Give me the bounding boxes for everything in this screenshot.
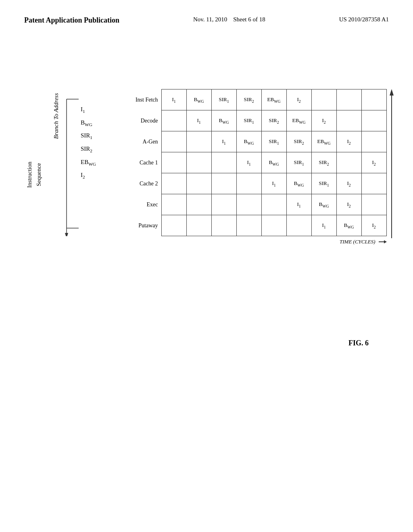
cell bbox=[361, 173, 386, 194]
cell bbox=[211, 215, 236, 236]
cell: SIR2 bbox=[236, 89, 261, 110]
cell: BWG bbox=[311, 194, 336, 215]
cell bbox=[261, 194, 286, 215]
cell bbox=[161, 215, 186, 236]
time-axis-container: TIME (CYCLES) bbox=[129, 238, 387, 246]
date: Nov. 11, 2010 bbox=[193, 16, 227, 23]
cell: I2 bbox=[336, 173, 361, 194]
cell: I2 bbox=[286, 89, 311, 110]
cell: I2 bbox=[336, 194, 361, 215]
cell bbox=[186, 215, 211, 236]
cell: EBWG bbox=[311, 131, 336, 152]
cell: BWG bbox=[236, 131, 261, 152]
cell: SIR1 bbox=[261, 131, 286, 152]
sheet-info: Nov. 11, 2010 Sheet 6 of 18 bbox=[193, 16, 265, 23]
svg-marker-4 bbox=[65, 233, 68, 236]
cell: BWG bbox=[186, 89, 211, 110]
cell: I1 bbox=[211, 131, 236, 152]
seq-I1: I1 bbox=[81, 103, 96, 116]
table-row: Decode I1 BWG SIR1 SIR2 EBWG I2 bbox=[129, 110, 386, 131]
cell: I1 bbox=[311, 215, 336, 236]
cell: SIR2 bbox=[286, 131, 311, 152]
table-row: Cache 2 I1 BWG SIR1 I2 bbox=[129, 173, 386, 194]
cell bbox=[286, 215, 311, 236]
cell bbox=[161, 131, 186, 152]
table-row: Putaway I1 BWG I2 bbox=[129, 215, 386, 236]
time-cycles-label: TIME (CYCLES) bbox=[340, 239, 375, 245]
cell: BWG bbox=[336, 215, 361, 236]
seq-SIR1: SIR1 bbox=[81, 129, 96, 143]
cell bbox=[311, 89, 336, 110]
cell: I1 bbox=[161, 89, 186, 110]
cell: EBWG bbox=[261, 89, 286, 110]
cell: I1 bbox=[261, 173, 286, 194]
cell bbox=[336, 152, 361, 173]
instruction-sequence-label: InstructionSequence bbox=[25, 162, 43, 188]
cell: SIR1 bbox=[286, 152, 311, 173]
cell bbox=[186, 131, 211, 152]
cell bbox=[161, 173, 186, 194]
cell bbox=[361, 89, 386, 110]
cell: SIR1 bbox=[211, 89, 236, 110]
pipeline-table: Inst Fetch I1 BWG SIR1 SIR2 EBWG I2 Deco… bbox=[129, 89, 387, 236]
cell: BWG bbox=[261, 152, 286, 173]
cell: EBWG bbox=[286, 110, 311, 131]
cell bbox=[161, 152, 186, 173]
stage-decode: Decode bbox=[129, 110, 161, 131]
table-row: Exec I1 BWG I2 bbox=[129, 194, 386, 215]
table-row: Cache 1 I1 BWG SIR1 SIR2 I2 bbox=[129, 152, 386, 173]
cell bbox=[261, 215, 286, 236]
arrow-right-icon bbox=[379, 238, 387, 246]
cell bbox=[361, 194, 386, 215]
cell: I1 bbox=[186, 110, 211, 131]
cell bbox=[361, 110, 386, 131]
figure-label: FIG. 6 bbox=[348, 339, 369, 347]
cell bbox=[361, 131, 386, 152]
seq-I2: I2 bbox=[81, 169, 96, 182]
table-row: A-Gen I1 BWG SIR1 SIR2 EBWG I2 bbox=[129, 131, 386, 152]
cell bbox=[336, 110, 361, 131]
table-row: Inst Fetch I1 BWG SIR1 SIR2 EBWG I2 bbox=[129, 89, 386, 110]
branch-to-address-label: Branch To Address bbox=[52, 93, 60, 139]
stage-exec: Exec bbox=[129, 194, 161, 215]
cell bbox=[161, 110, 186, 131]
main-content: Branch To Address I1 BWG SIR1 SIR2 EBWG … bbox=[0, 33, 413, 520]
stage-cache1: Cache 1 bbox=[129, 152, 161, 173]
seq-SIR2: SIR2 bbox=[81, 143, 96, 156]
sequence-list: I1 BWG SIR1 SIR2 EBWG I2 bbox=[81, 103, 96, 182]
cell: BWG bbox=[211, 110, 236, 131]
sheet-number: Sheet 6 of 18 bbox=[233, 16, 265, 23]
stage-agen: A-Gen bbox=[129, 131, 161, 152]
cell: SIR2 bbox=[261, 110, 286, 131]
cell bbox=[236, 173, 261, 194]
cell: BWG bbox=[286, 173, 311, 194]
pipeline-diagram: Inst Fetch I1 BWG SIR1 SIR2 EBWG I2 Deco… bbox=[129, 89, 387, 246]
cell: SIR2 bbox=[311, 152, 336, 173]
cell: I2 bbox=[361, 152, 386, 173]
seq-BWG: BWG bbox=[81, 116, 96, 130]
cell bbox=[211, 152, 236, 173]
cell bbox=[186, 173, 211, 194]
svg-marker-8 bbox=[390, 89, 394, 96]
stage-inst-fetch: Inst Fetch bbox=[129, 89, 161, 110]
cell bbox=[236, 215, 261, 236]
svg-marker-6 bbox=[384, 240, 387, 243]
cell bbox=[161, 194, 186, 215]
cell: I2 bbox=[311, 110, 336, 131]
cell bbox=[236, 194, 261, 215]
time-arrow-up-icon bbox=[388, 89, 396, 238]
cell: SIR1 bbox=[311, 173, 336, 194]
cell: I1 bbox=[286, 194, 311, 215]
cell bbox=[336, 89, 361, 110]
seq-EBWG: EBWG bbox=[81, 156, 96, 169]
cell: I2 bbox=[361, 215, 386, 236]
cell bbox=[186, 152, 211, 173]
publication-title: Patent Application Publication bbox=[24, 16, 119, 25]
cell bbox=[211, 173, 236, 194]
cell: I2 bbox=[336, 131, 361, 152]
cell: I1 bbox=[236, 152, 261, 173]
cell bbox=[211, 194, 236, 215]
cell bbox=[186, 194, 211, 215]
stage-putaway: Putaway bbox=[129, 215, 161, 236]
stage-cache2: Cache 2 bbox=[129, 173, 161, 194]
